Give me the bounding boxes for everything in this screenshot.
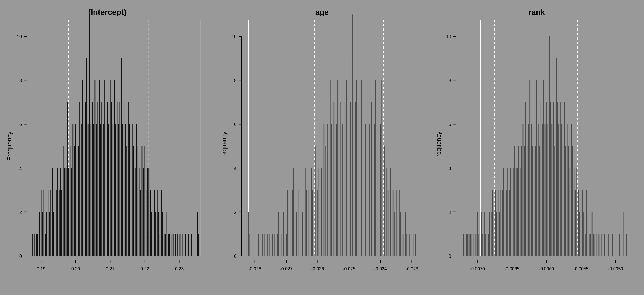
histogram-bar [589, 234, 590, 256]
histogram-bar [583, 212, 584, 256]
histogram-bar [506, 190, 507, 256]
histogram-bar [579, 212, 580, 256]
histogram-bar [167, 212, 167, 256]
histogram-bar [465, 234, 465, 256]
histogram-bar [578, 190, 579, 256]
x-tick-label: 0.22 [140, 267, 149, 271]
histogram-bar [106, 124, 106, 256]
histogram-bar [50, 190, 51, 256]
histogram-bar [120, 102, 120, 256]
histogram-bar [531, 124, 532, 256]
x-tick-label: -0.0060 [539, 267, 554, 271]
histogram-bar [563, 146, 564, 256]
histogram-bar [535, 146, 536, 256]
histogram-bar [142, 146, 143, 256]
histogram-bar [114, 80, 115, 256]
histogram-bar [558, 124, 559, 256]
histogram-bar [131, 146, 131, 256]
y-tick-label: 0 [449, 254, 451, 259]
histogram-bar [466, 234, 467, 256]
histogram-bar [258, 234, 259, 256]
histogram-bar [155, 212, 156, 256]
histogram-bar [198, 234, 199, 256]
histogram-bar [551, 124, 552, 256]
histogram-bar [380, 124, 381, 256]
histogram-bar [488, 234, 489, 256]
y-tick-label: 10 [231, 34, 236, 39]
histogram-bar [118, 124, 119, 256]
histogram-bar [296, 212, 297, 256]
y-axis-label: Frequency [221, 132, 228, 161]
histogram-bar [267, 234, 267, 256]
histogram-bar [161, 190, 162, 256]
histogram-bar [590, 234, 591, 256]
histogram-bar [523, 124, 524, 256]
histogram-bar [92, 102, 93, 256]
histogram-bar [507, 168, 508, 256]
histogram-bar [89, 14, 90, 256]
histogram-bar [86, 58, 87, 256]
histogram-bar [595, 234, 595, 256]
histogram-bar [95, 80, 96, 256]
histogram-bar [475, 234, 476, 256]
histogram-bar [554, 146, 555, 256]
histogram-bar [586, 190, 587, 256]
histogram-bar [185, 234, 186, 256]
histogram-bar [115, 124, 116, 256]
histogram-bar [572, 146, 573, 256]
histogram-bar [162, 212, 163, 256]
y-tick-label: 4 [234, 166, 236, 171]
histogram-bar [550, 102, 551, 256]
histogram-bar [129, 124, 130, 256]
x-tick-label: -0.027 [280, 267, 292, 271]
y-tick-label: 8 [234, 78, 236, 83]
histogram-bar [481, 212, 482, 256]
histogram-bar [135, 168, 136, 256]
histogram-bar [138, 146, 138, 256]
histogram-bar [549, 36, 550, 256]
histogram-bar [55, 190, 55, 256]
histogram-bar [248, 212, 249, 256]
histogram-bar [191, 234, 192, 256]
histogram-bar [567, 124, 568, 256]
histogram-bar [133, 146, 134, 256]
histogram-bar [262, 234, 262, 256]
histogram-bar [608, 234, 609, 256]
histogram-bar [68, 168, 69, 256]
histogram-bar [269, 234, 270, 256]
histogram-bar [126, 146, 127, 256]
histogram-bar [350, 102, 351, 256]
histogram-bar [327, 124, 328, 256]
histogram-bar [384, 146, 384, 256]
histogram-bar [399, 190, 399, 256]
histogram-bar [470, 234, 471, 256]
histogram-bar [463, 234, 464, 256]
y-tick-label: 10 [17, 34, 22, 39]
histogram-bar [64, 168, 65, 256]
histogram-bar [34, 234, 35, 256]
histogram-bar [499, 212, 500, 256]
histogram-bar [375, 80, 376, 256]
histogram-bar [84, 124, 84, 256]
histogram-bar [182, 234, 183, 256]
histogram-bar [556, 58, 557, 256]
x-tick-label: -0.0065 [504, 267, 519, 271]
histogram-bar [498, 190, 499, 256]
histogram-bar [588, 212, 588, 256]
panel-title: rank [429, 8, 644, 17]
histogram-bar [44, 190, 44, 256]
x-tick-label: 0.21 [106, 267, 115, 271]
histogram-bar [409, 234, 409, 256]
histogram-bar [467, 234, 468, 256]
histogram-bar [494, 212, 494, 256]
histogram-bar [100, 124, 101, 256]
histogram-bar [290, 212, 290, 256]
histogram-bar [151, 212, 152, 256]
histogram-bar [542, 124, 543, 256]
histogram-bar [489, 212, 490, 256]
histogram-bar [369, 124, 369, 256]
histogram-bar [61, 190, 62, 256]
histogram-bar [274, 234, 275, 256]
y-axis-label: Frequency [435, 132, 442, 161]
histogram-bar [277, 234, 278, 256]
